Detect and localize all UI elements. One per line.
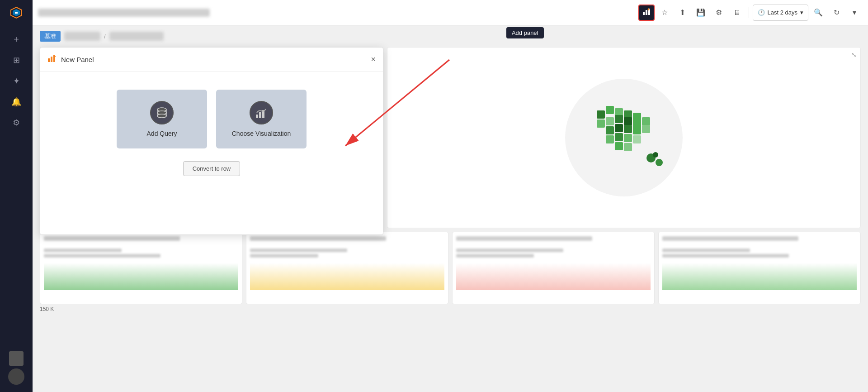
svg-rect-27 xyxy=(606,126,614,134)
clock-icon: 🕐 xyxy=(758,9,765,16)
modal-cards: Add Query xyxy=(117,90,307,148)
chart-1-label-2 xyxy=(44,254,160,258)
chart-plus-icon: + xyxy=(642,8,651,18)
chart-2-bar xyxy=(250,263,444,290)
add-panel-button[interactable]: + xyxy=(638,5,655,21)
heatmap-panel: ⤡ xyxy=(387,47,861,228)
bottom-panels xyxy=(40,232,861,304)
svg-rect-22 xyxy=(606,117,614,125)
chart-icon xyxy=(250,101,273,124)
chart-1-label xyxy=(44,249,122,252)
more-button[interactable]: ▾ xyxy=(846,5,863,21)
top-row: + New Panel × xyxy=(40,47,861,228)
sidebar-bottom xyxy=(8,351,24,388)
svg-rect-32 xyxy=(606,135,614,143)
svg-point-11 xyxy=(157,114,166,118)
chart-1-body xyxy=(40,245,242,294)
svg-point-39 xyxy=(656,159,663,166)
chart-3-bar xyxy=(456,263,651,290)
database-icon xyxy=(150,101,174,124)
settings-button[interactable]: ⚙ xyxy=(711,5,727,21)
add-panel-wrapper: + Add panel xyxy=(638,5,655,21)
bottom-panel-4 xyxy=(658,232,861,304)
modal-header: + New Panel × xyxy=(40,48,383,72)
add-query-card[interactable]: Add Query xyxy=(117,90,207,148)
chevron-down-icon: ▾ xyxy=(800,9,803,16)
chart-4-body xyxy=(659,245,860,294)
app-logo[interactable] xyxy=(7,4,25,22)
svg-rect-5 xyxy=(48,58,50,62)
modal-close-button[interactable]: × xyxy=(371,55,376,64)
add-panel-icon: + xyxy=(47,54,57,65)
scale-label: 150 K xyxy=(40,306,54,312)
main-content: + Add panel ☆ ⬆ 💾 ⚙ 🖥 xyxy=(33,0,868,392)
svg-rect-33 xyxy=(615,133,623,141)
compass-icon: ✦ xyxy=(13,76,20,86)
topbar: + Add panel ☆ ⬆ 💾 ⚙ 🖥 xyxy=(33,0,868,25)
plus-icon: + xyxy=(14,34,19,45)
chevron-down-icon: ▾ xyxy=(853,8,856,17)
bottom-panel-2 xyxy=(246,232,448,304)
heatmap-svg xyxy=(561,74,687,201)
breadcrumb-blurred-2 xyxy=(109,32,164,41)
chart-3-label-2 xyxy=(456,254,534,258)
chart-2-label xyxy=(250,249,347,252)
choose-vis-label: Choose Visualization xyxy=(232,130,291,137)
tv-button[interactable]: 🖥 xyxy=(729,5,745,21)
zoom-button[interactable]: 🔍 xyxy=(810,5,826,21)
svg-rect-6 xyxy=(51,57,52,62)
svg-rect-35 xyxy=(633,135,641,143)
sidebar-item-alerts[interactable]: 🔔 xyxy=(7,93,25,111)
chart-3-body xyxy=(453,245,654,294)
breadcrumb: 基准 / xyxy=(40,31,861,42)
star-icon: ☆ xyxy=(661,8,668,17)
sidebar-item-config[interactable]: ⚙ xyxy=(7,114,25,132)
divider xyxy=(749,7,749,18)
panel-1-label xyxy=(44,236,180,241)
svg-text:+: + xyxy=(647,8,650,12)
svg-point-40 xyxy=(653,152,658,158)
svg-rect-36 xyxy=(615,142,623,150)
svg-rect-12 xyxy=(256,115,258,118)
sidebar-item-explore[interactable]: ✦ xyxy=(7,72,25,90)
svg-rect-30 xyxy=(633,126,641,134)
panel-4-label xyxy=(662,236,798,241)
collapse-button[interactable]: ⤡ xyxy=(851,51,857,58)
chart-3-label xyxy=(456,249,563,252)
add-panel-tooltip: Add panel xyxy=(506,27,544,38)
svg-rect-29 xyxy=(624,125,632,133)
share-button[interactable]: ⬆ xyxy=(675,5,691,21)
share-icon: ⬆ xyxy=(679,8,685,17)
tv-icon: 🖥 xyxy=(733,9,741,17)
panel-2-label xyxy=(250,236,386,241)
svg-text:+: + xyxy=(53,54,56,59)
breadcrumb-sep: / xyxy=(104,33,106,40)
modal-header-left: + New Panel xyxy=(47,54,94,65)
save-button[interactable]: 💾 xyxy=(693,5,709,21)
bottom-panel-3 xyxy=(452,232,655,304)
svg-rect-24 xyxy=(624,117,632,125)
topbar-title xyxy=(38,9,635,17)
bottom-panel-1 xyxy=(40,232,242,304)
refresh-button[interactable]: ↻ xyxy=(828,5,844,21)
chart-4-bar xyxy=(662,263,857,290)
breadcrumb-current[interactable]: 基准 xyxy=(40,31,61,42)
svg-rect-31 xyxy=(642,125,650,133)
bottom-panel-3-header xyxy=(453,232,654,245)
convert-to-row-button[interactable]: Convert to row xyxy=(183,161,241,176)
svg-rect-26 xyxy=(642,117,650,125)
svg-rect-17 xyxy=(606,106,614,114)
sidebar-avatar-small xyxy=(9,351,24,366)
time-range-button[interactable]: 🕐 Last 2 days ▾ xyxy=(753,5,809,21)
new-panel-modal: + New Panel × xyxy=(40,47,383,235)
time-range-label: Last 2 days xyxy=(768,9,798,16)
modal-body: Add Query xyxy=(40,72,383,234)
sidebar-item-add[interactable]: + xyxy=(7,30,25,48)
choose-visualization-card[interactable]: Choose Visualization xyxy=(216,90,307,148)
chart-2-body xyxy=(246,245,448,294)
topbar-actions: + Add panel ☆ ⬆ 💾 ⚙ 🖥 xyxy=(638,5,863,21)
star-button[interactable]: ☆ xyxy=(656,5,673,21)
sidebar-item-dashboards[interactable]: ⊞ xyxy=(7,51,25,69)
svg-rect-37 xyxy=(624,143,632,151)
chart-4-label xyxy=(662,249,750,252)
